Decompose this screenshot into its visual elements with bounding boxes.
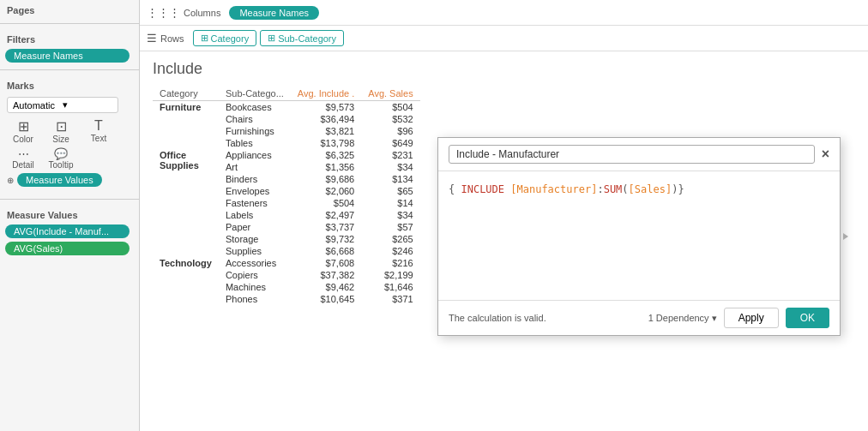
sales-fasteners: $14 bbox=[361, 197, 419, 209]
include-furnishings: $3,821 bbox=[291, 125, 361, 137]
sub-accessories: Accessories bbox=[219, 257, 291, 269]
sales-chairs: $532 bbox=[361, 113, 419, 125]
code-colon: : bbox=[597, 183, 603, 195]
avg-sales-pill[interactable]: AVG(Sales) bbox=[5, 242, 130, 255]
include-binders: $9,686 bbox=[291, 173, 361, 185]
mark-text[interactable]: T Text bbox=[82, 118, 115, 144]
marks-icons-row2: ⋯ Detail 💬 Tooltip bbox=[7, 147, 132, 170]
size-icon: ⊡ bbox=[56, 118, 67, 135]
marks-icons-row: ⊞ Color ⊡ Size T Text bbox=[7, 118, 132, 144]
dependency-link[interactable]: 1 Dependency ▾ bbox=[648, 313, 717, 324]
mark-detail[interactable]: ⋯ Detail bbox=[7, 147, 39, 170]
filters-measure-names-pill[interactable]: Measure Names bbox=[5, 49, 130, 63]
sales-phones: $371 bbox=[361, 293, 419, 305]
color-icon: ⊞ bbox=[18, 118, 29, 135]
code-keyword-include: INCLUDE bbox=[461, 183, 504, 195]
code-open-brace: { bbox=[449, 183, 461, 195]
sub-tables: Tables bbox=[219, 137, 291, 149]
sub-storage: Storage bbox=[219, 233, 291, 245]
include-phones: $10,645 bbox=[291, 293, 361, 305]
modal-expand-icon[interactable] bbox=[843, 233, 848, 240]
sub-art: Art bbox=[219, 161, 291, 173]
sales-supplies: $246 bbox=[361, 245, 419, 257]
columns-toolbar-row: ⋮⋮⋮ Columns Measure Names bbox=[140, 0, 868, 26]
mark-size[interactable]: ⊡ Size bbox=[45, 118, 77, 144]
sub-paper: Paper bbox=[219, 221, 291, 233]
left-panel: Pages Filters Measure Names Marks Automa… bbox=[0, 0, 140, 431]
measure-values-marks-pill[interactable]: Measure Values bbox=[17, 173, 102, 187]
ok-button[interactable]: OK bbox=[786, 308, 829, 328]
include-accessories: $7,608 bbox=[291, 257, 361, 269]
include-appliances: $6,325 bbox=[291, 149, 361, 161]
modal-header: × bbox=[438, 138, 840, 171]
measure-values-label: Measure Values bbox=[0, 205, 139, 223]
include-supplies: $6,668 bbox=[291, 245, 361, 257]
include-labels: $2,497 bbox=[291, 209, 361, 221]
columns-label: ⋮⋮⋮ Columns bbox=[147, 6, 220, 19]
category-pill-icon: ⊞ bbox=[201, 33, 208, 44]
include-copiers: $37,382 bbox=[291, 269, 361, 281]
code-close-brace: } bbox=[678, 183, 684, 195]
col-header-avg-sales: Avg. Sales bbox=[361, 87, 419, 101]
view-title: Include bbox=[153, 60, 855, 78]
mark-color-label: Color bbox=[13, 135, 33, 144]
detail-icon: ⋯ bbox=[18, 147, 29, 160]
modal-body: { INCLUDE [Manufacturer]:SUM([Sales])} bbox=[438, 171, 840, 300]
include-machines: $9,462 bbox=[291, 281, 361, 293]
code-keyword-sum: SUM bbox=[604, 183, 623, 195]
pages-label: Pages bbox=[0, 0, 139, 18]
sub-machines: Machines bbox=[219, 281, 291, 293]
marks-type-label: Automatic bbox=[13, 100, 63, 111]
calculation-modal[interactable]: × { INCLUDE [Manufacturer]:SUM([Sales])}… bbox=[437, 137, 841, 336]
category-technology: Technology bbox=[153, 257, 219, 305]
marks-section: Automatic ▾ ⊞ Color ⊡ Size T Text ⋯ Deta… bbox=[0, 93, 139, 194]
subcategory-row-pill[interactable]: ⊞ Sub-Category bbox=[260, 30, 344, 46]
rows-label: ☰ Rows bbox=[147, 32, 184, 45]
category-office: OfficeSupplies bbox=[153, 149, 219, 257]
apply-button[interactable]: Apply bbox=[724, 308, 779, 328]
marks-label: Marks bbox=[0, 75, 139, 93]
include-paper: $3,737 bbox=[291, 221, 361, 233]
include-bookcases: $9,573 bbox=[291, 101, 361, 114]
sub-appliances: Appliances bbox=[219, 149, 291, 161]
sales-machines: $1,646 bbox=[361, 281, 419, 293]
marks-type-dropdown[interactable]: Automatic ▾ bbox=[7, 97, 118, 113]
modal-title-input[interactable] bbox=[449, 145, 815, 164]
include-fasteners: $504 bbox=[291, 197, 361, 209]
category-row-pill[interactable]: ⊞ Category bbox=[193, 30, 257, 46]
mark-tooltip[interactable]: 💬 Tooltip bbox=[45, 147, 77, 170]
measure-values-icon: ⊕ bbox=[7, 176, 14, 185]
dependency-chevron-icon: ▾ bbox=[712, 313, 717, 324]
sales-copiers: $2,199 bbox=[361, 269, 419, 281]
col-header-category: Category bbox=[153, 87, 219, 101]
measure-names-column-pill[interactable]: Measure Names bbox=[229, 6, 319, 20]
dropdown-chevron-icon: ▾ bbox=[63, 99, 112, 111]
sales-binders: $134 bbox=[361, 173, 419, 185]
sales-art: $34 bbox=[361, 161, 419, 173]
code-field-sales: [Sales] bbox=[629, 183, 672, 195]
sales-labels: $34 bbox=[361, 209, 419, 221]
include-envelopes: $2,060 bbox=[291, 185, 361, 197]
include-art: $1,356 bbox=[291, 161, 361, 173]
sales-paper: $57 bbox=[361, 221, 419, 233]
mark-tooltip-label: Tooltip bbox=[49, 160, 74, 170]
tooltip-icon: 💬 bbox=[54, 147, 68, 160]
sub-bookcases: Bookcases bbox=[219, 101, 291, 114]
table-row: Technology Accessories $7,608 $216 bbox=[153, 257, 420, 269]
sales-bookcases: $504 bbox=[361, 101, 419, 114]
rows-grid-icon: ☰ bbox=[147, 32, 157, 45]
sub-binders: Binders bbox=[219, 173, 291, 185]
code-field-manufacturer: [Manufacturer] bbox=[510, 183, 597, 195]
col-header-subcategory: Sub-Catego... bbox=[219, 87, 291, 101]
sales-tables: $649 bbox=[361, 137, 419, 149]
validation-status: The calculation is valid. bbox=[449, 313, 642, 323]
sub-supplies: Supplies bbox=[219, 245, 291, 257]
sales-envelopes: $65 bbox=[361, 185, 419, 197]
category-furniture: Furniture bbox=[153, 101, 219, 150]
sub-envelopes: Envelopes bbox=[219, 185, 291, 197]
mark-color[interactable]: ⊞ Color bbox=[7, 118, 39, 144]
avg-include-pill[interactable]: AVG(Include - Manuf... bbox=[5, 224, 130, 238]
subcategory-pill-icon: ⊞ bbox=[268, 33, 275, 44]
include-tables: $13,798 bbox=[291, 137, 361, 149]
modal-close-button[interactable]: × bbox=[822, 147, 829, 162]
